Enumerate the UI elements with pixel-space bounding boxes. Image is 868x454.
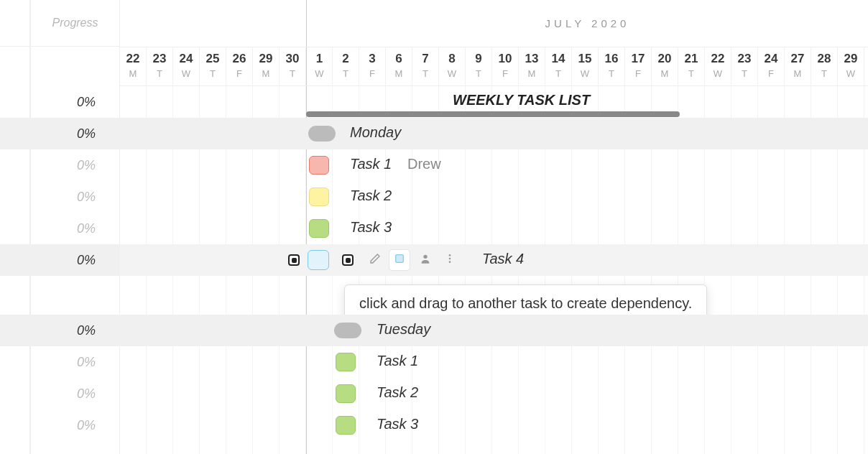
date-dayofweek: F bbox=[625, 68, 651, 79]
date-dayofweek: M bbox=[785, 68, 811, 79]
date-number: 30 bbox=[280, 52, 305, 66]
task-label: Task 3 bbox=[350, 219, 392, 236]
date-number: 7 bbox=[412, 52, 438, 66]
task-row: 0% Task 1 bbox=[120, 346, 868, 378]
group-pill[interactable] bbox=[334, 323, 361, 338]
date-number: 28 bbox=[811, 52, 837, 66]
date-cell[interactable]: 14T bbox=[545, 47, 572, 85]
date-dayofweek: T bbox=[412, 68, 438, 79]
date-cell[interactable]: 17F bbox=[625, 47, 652, 85]
dependency-handle-right[interactable] bbox=[342, 254, 354, 266]
date-cell[interactable]: 22M bbox=[120, 47, 147, 85]
task-chip[interactable] bbox=[309, 156, 329, 175]
date-dayofweek: F bbox=[492, 68, 518, 79]
assign-button[interactable] bbox=[415, 249, 436, 271]
date-number: 15 bbox=[572, 52, 598, 66]
date-cell[interactable]: 24F bbox=[758, 47, 785, 85]
date-cell[interactable]: 24W bbox=[173, 47, 200, 85]
board-title: WEEKLY TASK LIST bbox=[453, 92, 590, 108]
progress-value: 0% bbox=[30, 346, 120, 378]
spacer-row: click and drag to another task to create… bbox=[120, 276, 868, 315]
date-dayofweek: W bbox=[439, 68, 465, 79]
edit-button[interactable] bbox=[364, 249, 386, 271]
date-cell[interactable]: 20M bbox=[652, 47, 678, 85]
date-number: 24 bbox=[758, 52, 784, 66]
date-cell[interactable]: 3F bbox=[359, 47, 386, 85]
svg-point-1 bbox=[423, 255, 427, 259]
date-number: 29 bbox=[253, 52, 279, 66]
date-cell[interactable]: 22W bbox=[705, 47, 731, 85]
month-header: JULY 2020 bbox=[306, 0, 868, 47]
date-cell[interactable]: 13M bbox=[519, 47, 545, 85]
date-number: 6 bbox=[386, 52, 412, 66]
group-pill[interactable] bbox=[308, 126, 336, 142]
progress-value: 0% bbox=[30, 378, 120, 409]
date-cell[interactable]: 28T bbox=[811, 47, 838, 85]
date-cell[interactable]: 29W bbox=[838, 47, 864, 85]
date-header: 22M23T24W25T26F29M30T1W2T3F6M7T8W9T10F13… bbox=[120, 47, 868, 86]
date-number: 16 bbox=[599, 52, 624, 66]
more-button[interactable] bbox=[439, 249, 461, 271]
date-cell[interactable]: 21T bbox=[678, 47, 705, 85]
date-dayofweek: T bbox=[599, 68, 624, 79]
edit-icon bbox=[369, 253, 381, 267]
date-dayofweek: M bbox=[652, 68, 678, 79]
title-row: 0% WEEKLY TASK LIST bbox=[120, 86, 868, 118]
date-cell[interactable]: 29M bbox=[253, 47, 280, 85]
task-assignee: Drew bbox=[407, 156, 441, 172]
color-swatch-icon bbox=[394, 253, 405, 267]
task-row: 0% Task 2 bbox=[120, 378, 868, 409]
date-number: 26 bbox=[226, 52, 252, 66]
progress-value: 0% bbox=[30, 409, 120, 441]
date-dayofweek: T bbox=[545, 68, 571, 79]
date-cell[interactable]: 6M bbox=[386, 47, 412, 85]
task-row-selected: 0% bbox=[120, 244, 868, 276]
date-number: 1 bbox=[307, 52, 332, 66]
date-cell[interactable]: 27M bbox=[785, 47, 811, 85]
date-number: 23 bbox=[731, 52, 757, 66]
svg-rect-0 bbox=[396, 255, 404, 263]
date-cell[interactable]: 30T bbox=[280, 47, 306, 85]
date-cell[interactable]: 15W bbox=[572, 47, 599, 85]
date-cell[interactable]: 2T bbox=[333, 47, 359, 85]
svg-point-3 bbox=[449, 258, 451, 260]
task-chip[interactable] bbox=[336, 416, 356, 435]
task-label: Task 1 bbox=[377, 353, 418, 369]
date-cell[interactable]: 23T bbox=[147, 47, 173, 85]
date-dayofweek: T bbox=[200, 68, 226, 79]
dependency-handle-left[interactable] bbox=[288, 254, 300, 266]
date-cell[interactable]: 16T bbox=[599, 47, 625, 85]
date-cell[interactable]: 8W bbox=[439, 47, 466, 85]
task-chip[interactable] bbox=[309, 219, 329, 238]
date-number: 9 bbox=[466, 52, 491, 66]
date-dayofweek: T bbox=[678, 68, 704, 79]
task-row: 0% Task 1 Drew bbox=[120, 149, 868, 181]
task-chip[interactable] bbox=[336, 384, 356, 403]
date-dayofweek: W bbox=[307, 68, 332, 79]
date-number: 3 bbox=[359, 52, 385, 66]
date-dayofweek: T bbox=[147, 68, 172, 79]
progress-value: 0% bbox=[30, 213, 120, 244]
title-span-bar[interactable] bbox=[306, 111, 680, 117]
date-cell[interactable]: 26F bbox=[226, 47, 253, 85]
more-vertical-icon bbox=[444, 253, 456, 267]
date-cell[interactable]: 10F bbox=[492, 47, 519, 85]
date-dayofweek: F bbox=[226, 68, 252, 79]
date-cell[interactable]: 1W bbox=[306, 47, 333, 85]
task-chip[interactable] bbox=[309, 187, 329, 206]
task-label: Task 4 bbox=[482, 251, 524, 267]
date-cell[interactable]: 23T bbox=[731, 47, 758, 85]
date-dayofweek: W bbox=[173, 68, 199, 79]
task-label: Task 2 bbox=[377, 384, 418, 401]
task-row: 0% Task 3 bbox=[120, 213, 868, 244]
color-button[interactable] bbox=[389, 249, 410, 271]
group-row: 0% Tuesday bbox=[120, 315, 868, 346]
date-cell[interactable]: 9T bbox=[466, 47, 492, 85]
date-cell[interactable]: 7T bbox=[412, 47, 439, 85]
group-label: Tuesday bbox=[377, 321, 430, 338]
task-chip[interactable] bbox=[308, 250, 329, 270]
task-chip[interactable] bbox=[336, 353, 356, 371]
date-number: 27 bbox=[785, 52, 811, 66]
date-number: 13 bbox=[519, 52, 545, 66]
date-cell[interactable]: 25T bbox=[200, 47, 226, 85]
